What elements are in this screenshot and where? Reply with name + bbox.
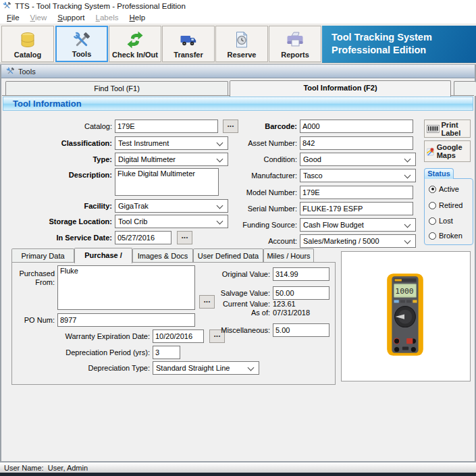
model-number-input[interactable]: [300, 186, 413, 199]
truck-icon: [179, 30, 198, 50]
purchased-from-textarea[interactable]: Fluke: [57, 265, 195, 310]
multimeter-image: 1000: [383, 273, 427, 356]
radio-broken-label: Broken: [439, 232, 462, 240]
warranty-expiration-label: Warranty Expiration Date:: [14, 332, 150, 341]
subtab-miles-hours[interactable]: Miles / Hours: [263, 248, 314, 263]
transfer-button[interactable]: Transfer: [162, 26, 215, 62]
depreciation-period-input[interactable]: [153, 346, 180, 359]
model-number-label: Model Number:: [203, 188, 297, 197]
depreciation-type-label: Depreciation Type:: [14, 364, 150, 373]
window-title: TTS - Tool Tracking System - Professiona…: [15, 2, 186, 10]
svg-text:1000: 1000: [395, 286, 413, 296]
menu-support[interactable]: Support: [52, 13, 90, 22]
manufacturer-label: Manufacturer:: [203, 171, 297, 180]
account-label: Account:: [203, 237, 297, 246]
print-label-button[interactable]: Print Label: [424, 120, 471, 138]
manufacturer-select[interactable]: Tasco: [300, 169, 416, 182]
tab-tool-information[interactable]: Tool Information (F2): [230, 80, 451, 97]
salvage-value-label: Salvage Value:: [203, 289, 270, 298]
menu-view: View: [25, 13, 53, 22]
subtab-user-defined-data[interactable]: User Defined Data: [193, 248, 263, 263]
main-toolbar: Catalog Tools Check In/Out: [0, 24, 476, 63]
app-icon: [3, 1, 11, 10]
salvage-value-input[interactable]: [273, 286, 329, 300]
original-value-input[interactable]: [273, 267, 329, 281]
barcode-icon: [427, 124, 440, 134]
tools-button-label: Tools: [57, 50, 107, 58]
miscellaneous-input[interactable]: [273, 323, 329, 337]
reserve-button[interactable]: Reserve: [215, 26, 268, 62]
current-value-label: Current Value:: [203, 300, 270, 309]
check-in-out-button[interactable]: Check In/Out: [109, 26, 161, 62]
tab-find-tool[interactable]: Find Tool (F1): [5, 81, 228, 96]
subtab-purchase-warr[interactable]: Purchase / Warr.: [74, 248, 132, 263]
status-bar: User Name: User, Admin: [0, 462, 476, 473]
menu-help[interactable]: Help: [124, 13, 151, 22]
in-service-date-browse-button[interactable]: ...: [177, 231, 192, 244]
funding-source-label: Funding Source:: [203, 221, 297, 230]
as-of-label: As of:: [203, 309, 270, 317]
tools-panel-title: Tools: [18, 68, 36, 76]
po-num-input[interactable]: [57, 313, 195, 327]
asset-number-input[interactable]: [300, 136, 413, 150]
current-value-text: 123.61: [273, 300, 296, 308]
radio-retired-label: Retired: [439, 201, 462, 209]
warranty-expiration-input[interactable]: [153, 329, 204, 343]
status-radio-lost[interactable]: Lost: [429, 217, 453, 225]
reports-button[interactable]: Reports: [269, 26, 321, 62]
asset-number-label: Asset Number:: [203, 139, 297, 148]
in-service-date-input[interactable]: [115, 231, 171, 244]
radio-active-icon[interactable]: [429, 186, 436, 193]
tools-panel-caption: Tools: [1, 65, 475, 78]
status-group-label: Status: [424, 168, 454, 179]
miscellaneous-label: Miscellaneous:: [203, 326, 270, 335]
description-label: Description:: [14, 171, 112, 180]
status-radio-broken[interactable]: Broken: [429, 232, 462, 240]
database-icon: [18, 30, 37, 50]
barcode-label: Barcode:: [203, 122, 297, 131]
type-label: Type:: [14, 155, 112, 164]
status-radio-active[interactable]: Active: [429, 185, 459, 193]
tool-image-panel: 1000: [341, 251, 471, 381]
purchased-from-label: Purchased From:: [5, 269, 55, 287]
radio-retired-icon[interactable]: [429, 202, 436, 209]
bottom-edge: [0, 473, 476, 476]
depreciation-type-select[interactable]: Standard Straight Line: [153, 361, 259, 375]
depreciation-period-label: Depreciation Period (yrs):: [14, 348, 150, 357]
subtab-images-docs[interactable]: Images & Docs: [132, 248, 193, 263]
reserve-button-label: Reserve: [216, 51, 267, 59]
radio-active-label: Active: [439, 185, 459, 193]
menu-file[interactable]: File: [1, 13, 25, 22]
serial-number-input[interactable]: [300, 202, 413, 215]
radio-broken-icon[interactable]: [429, 232, 436, 240]
funding-source-select[interactable]: Cash Flow Budget: [300, 218, 416, 232]
account-select[interactable]: Sales/Marketing / 5000: [300, 234, 416, 248]
print-label-button-label: Print Label: [442, 121, 469, 137]
section-header: Tool Information: [3, 97, 473, 111]
tools-icon: [72, 30, 91, 51]
condition-label: Condition:: [203, 155, 297, 164]
menu-labels: Labels: [90, 13, 124, 22]
in-service-date-label: In Service Date:: [14, 234, 112, 242]
barcode-input[interactable]: [300, 120, 413, 133]
radio-lost-icon[interactable]: [429, 217, 436, 225]
check-in-out-button-label: Check In/Out: [109, 51, 161, 59]
status-radio-retired[interactable]: Retired: [429, 201, 462, 209]
condition-select[interactable]: Good: [300, 153, 416, 166]
catalog-label: Catalog:: [14, 122, 112, 131]
google-maps-button[interactable]: Google Maps: [424, 140, 471, 162]
facility-label: Facility:: [14, 202, 112, 211]
original-value-label: Original Value:: [203, 270, 270, 279]
subtab-primary-data[interactable]: Primary Data: [11, 248, 74, 263]
tools-button[interactable]: Tools: [55, 26, 108, 62]
storage-location-label: Storage Location:: [14, 217, 112, 226]
banner-line1: Tool Tracking System: [332, 31, 476, 44]
check-in-out-arrows-icon: [126, 30, 144, 50]
reserve-document-clock-icon: [232, 30, 251, 50]
menu-bar: File View Support Labels Help: [0, 11, 476, 23]
serial-number-label: Serial Number:: [203, 205, 297, 213]
catalog-button[interactable]: Catalog: [1, 26, 54, 62]
po-num-label: PO Num:: [5, 316, 55, 325]
google-maps-icon: [427, 146, 435, 157]
tab-stub[interactable]: [454, 81, 476, 96]
